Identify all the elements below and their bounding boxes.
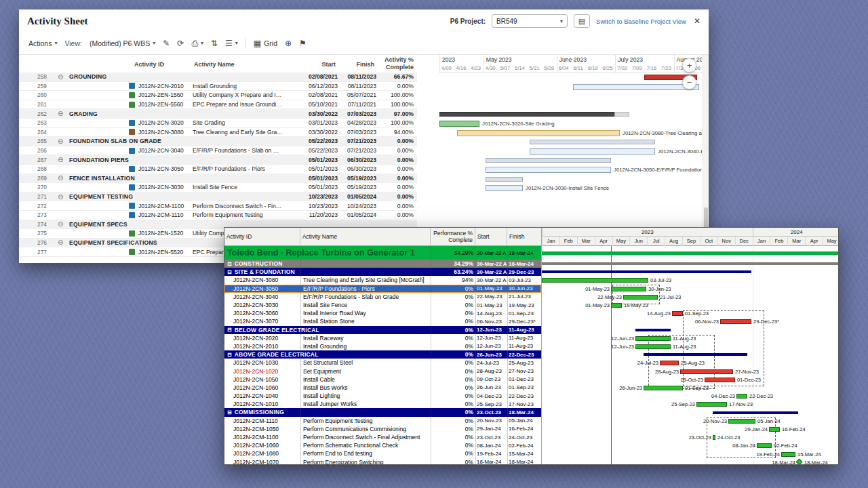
- collapse-icon[interactable]: ⊖: [58, 239, 66, 246]
- gantt-bar[interactable]: [705, 378, 735, 382]
- table-row[interactable]: J012N-2CN-1050Install Cable0%09-Oct-2301…: [224, 375, 541, 384]
- table-row[interactable]: J012N-2CN-1040Install Lighting0%04-Dec-2…: [224, 392, 541, 400]
- table-row[interactable]: 271⊖EQUIPMENT TESTING10/23/202301/05/202…: [19, 192, 417, 202]
- table-row[interactable]: 260J012N-2EN-1560Utility Company X Prepa…: [19, 91, 417, 100]
- grid-view-button[interactable]: ▦Grid: [254, 39, 277, 48]
- collapse-icon[interactable]: ⊖: [58, 220, 66, 228]
- table-row[interactable]: J012N-2CN-3070Install Station Stone0%06-…: [224, 317, 541, 325]
- table-row[interactable]: J012N-2CN-1020Set Equipment0%28-Aug-2327…: [224, 367, 541, 375]
- gantt-bar[interactable]: [486, 185, 523, 191]
- table-row[interactable]: J012N-2CN-3040E/F/R/P Foundations - Slab…: [224, 293, 541, 301]
- collapse-icon[interactable]: ⊖: [58, 174, 66, 182]
- table-row[interactable]: J012N-2CN-3060Install Interior Road Way0…: [224, 309, 541, 317]
- print-icon[interactable]: ⎙▾: [191, 39, 203, 48]
- table-row[interactable]: J012N-2CN-2020Install Raceway0%12-Jun-23…: [224, 334, 541, 342]
- zoom-in-button[interactable]: +: [682, 58, 696, 73]
- gantt-bar[interactable]: [672, 311, 683, 316]
- gantt-bar[interactable]: [635, 344, 671, 349]
- collapse-icon[interactable]: ⊟: [227, 352, 232, 358]
- table-row[interactable]: J012N-2CM-1050Perform Communications Com…: [224, 425, 541, 433]
- edit-icon[interactable]: ✎: [163, 39, 170, 48]
- table-row[interactable]: J012N-2CM-1100Perform Disconnect Switch …: [224, 433, 541, 441]
- collapse-icon[interactable]: ⊟: [227, 327, 232, 333]
- actions-button[interactable]: Actions▾: [28, 39, 57, 47]
- gantt-bar[interactable]: [439, 112, 614, 117]
- gantt-bar[interactable]: [623, 295, 658, 300]
- close-icon[interactable]: ✕: [694, 16, 701, 26]
- view-select[interactable]: (Modified) P6 WBS▾: [90, 39, 155, 47]
- gantt-bar[interactable]: [736, 394, 747, 399]
- gantt-bar[interactable]: [573, 84, 699, 90]
- gantt-bar[interactable]: [757, 443, 772, 448]
- column-header-finish[interactable]: Finish: [507, 228, 541, 245]
- column-header-activity-name[interactable]: Activity Name: [194, 61, 235, 68]
- table-row[interactable]: 265⊖FOUNDATION SLAB ON GRADE05/22/202307…: [19, 137, 417, 146]
- table-row[interactable]: 268J012N-2CN-3050E/F/R/P Foundations - P…: [19, 165, 417, 174]
- table-row[interactable]: J012N-2CN-2010Install Grounding0%12-Jun-…: [224, 342, 541, 350]
- panel-icon[interactable]: ▤: [574, 14, 590, 28]
- table-row[interactable]: ⊟SITE & FOUNDATION63.24%30-Mar-22 A29-De…: [224, 268, 541, 276]
- gantt-bar[interactable]: [530, 148, 655, 155]
- table-row[interactable]: J012N-2CN-1030Set Structural Steel0%24-J…: [224, 359, 541, 367]
- switch-baseline-link[interactable]: Switch to Baseline Project View: [596, 18, 686, 25]
- gantt-bar[interactable]: [439, 121, 479, 127]
- collapse-icon[interactable]: ⊖: [58, 156, 66, 163]
- collapse-icon[interactable]: ⊖: [58, 193, 66, 201]
- gantt-bar[interactable]: [542, 278, 648, 283]
- table-row[interactable]: 262⊖GRADING03/30/202207/03/202397.00%: [19, 109, 417, 119]
- project-select[interactable]: BR549 ▾: [492, 14, 568, 28]
- table-row[interactable]: J012N-2CN-3080Tree Clearing and Early Si…: [224, 276, 541, 284]
- collapse-icon[interactable]: ⊟: [227, 261, 232, 267]
- gantt-bar[interactable]: [542, 262, 838, 265]
- collapse-icon[interactable]: ⊟: [227, 269, 232, 275]
- table-row[interactable]: 266J012N-2CN-3040E/F/R/P Foundations - S…: [19, 146, 417, 156]
- column-header-activity-id[interactable]: Activity ID: [224, 228, 300, 245]
- table-row[interactable]: J012N-2CM-1070Perform Energization Switc…: [224, 458, 541, 465]
- gantt-bar[interactable]: [542, 251, 838, 255]
- gantt-bar[interactable]: [696, 402, 727, 407]
- zoom-out-button[interactable]: −: [682, 75, 696, 89]
- gantt-bar[interactable]: [644, 353, 747, 356]
- gantt-bar[interactable]: [720, 319, 751, 324]
- table-row[interactable]: ⊟CONSTRUCTION34.29%30-Mar-22 A18-Mar-24: [224, 260, 541, 268]
- gantt-bar[interactable]: [542, 270, 751, 273]
- table-row[interactable]: ⊟ABOVE GRADE ELECTRICAL0%26-Jun-2322-Dec…: [224, 350, 541, 359]
- table-row[interactable]: J012N-2CN-1010Install Jumper Works0%25-S…: [224, 400, 541, 408]
- table-row[interactable]: J012N-2CN-3030Install Site Fence0%01-May…: [224, 301, 541, 309]
- sort-icon[interactable]: ⇅: [211, 39, 218, 48]
- gantt-bar[interactable]: [635, 329, 671, 331]
- gantt-bar[interactable]: [611, 303, 622, 308]
- table-row[interactable]: 270J012N-2CN-3030Install Site Fence05/01…: [19, 183, 417, 192]
- gantt-bar[interactable]: [781, 452, 795, 457]
- table-row[interactable]: 272J012N-2CM-1100Perform Disconnect Swit…: [19, 201, 417, 211]
- collapse-icon[interactable]: ⊖: [58, 110, 66, 117]
- gantt-bar[interactable]: [680, 369, 733, 374]
- row-menu-icon[interactable]: ☰▾: [225, 39, 238, 48]
- table-row[interactable]: J012N-2CN-1060Install Bus Works0%26-Jun-…: [224, 384, 541, 392]
- table-row[interactable]: ⊟COMMISSIONING0%23-Oct-2318-Mar-24: [224, 408, 541, 416]
- collapse-icon[interactable]: ⊖: [58, 73, 66, 81]
- collapse-icon[interactable]: ⊟: [227, 409, 232, 415]
- column-header-activity-name[interactable]: Activity Name: [300, 228, 431, 245]
- table-row[interactable]: 259J012N-2CN-2010Install Grounding06/12/…: [19, 82, 417, 92]
- gantt-bar[interactable]: [769, 427, 780, 432]
- column-header-performance-pct[interactable]: Performance % Complete: [431, 228, 475, 245]
- column-header-start[interactable]: Start: [475, 228, 507, 245]
- column-header-start[interactable]: Start: [283, 61, 336, 68]
- table-row[interactable]: 269⊖FENCE INSTALLATION05/01/202305/19/20…: [19, 174, 417, 184]
- goto-icon[interactable]: ⊕: [285, 39, 292, 48]
- table-row[interactable]: J012N-2CM-1110Perform Equipment Testing0…: [224, 417, 541, 425]
- column-header-pct-complete[interactable]: Activity % Complete: [372, 56, 414, 71]
- collapse-icon[interactable]: ⊖: [58, 138, 66, 145]
- column-header-finish[interactable]: Finish: [338, 61, 374, 68]
- gantt-bar[interactable]: [486, 177, 523, 182]
- gantt-bar[interactable]: [614, 112, 629, 117]
- gantt-bar[interactable]: [660, 361, 679, 365]
- gantt-bar[interactable]: [635, 336, 671, 341]
- flag-icon[interactable]: ⚑: [299, 39, 307, 48]
- refresh-icon[interactable]: ⟳: [177, 39, 184, 48]
- gantt-bar[interactable]: [486, 167, 611, 173]
- gantt-bar[interactable]: [728, 419, 755, 424]
- gantt-bar[interactable]: [644, 386, 683, 390]
- table-row[interactable]: 258⊖GROUNDING02/08/202108/11/202366.67%: [19, 73, 417, 82]
